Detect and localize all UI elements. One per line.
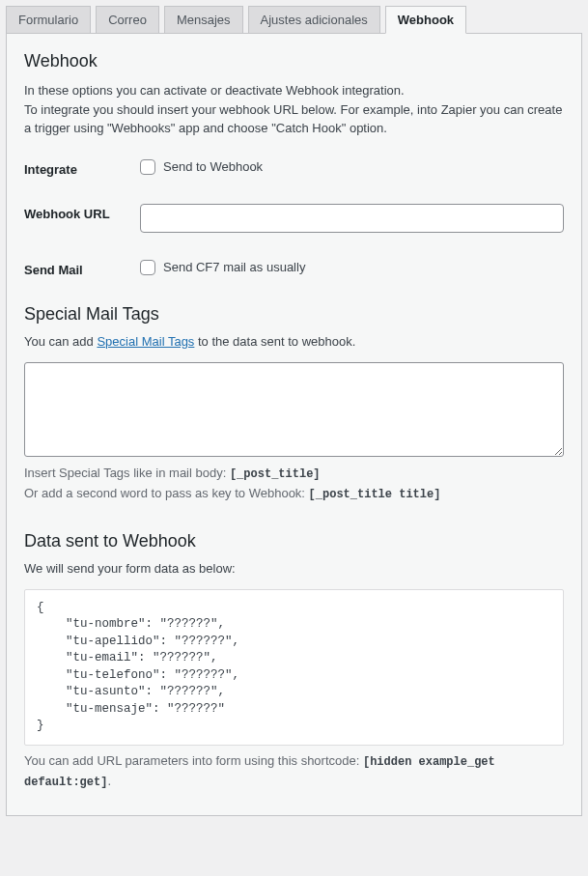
footer-pre: You can add URL parameters into form usi… [24, 753, 363, 768]
integrate-checkbox[interactable] [140, 159, 155, 175]
tab-mensajes[interactable]: Mensajes [164, 6, 243, 33]
tab-formulario[interactable]: Formulario [6, 6, 91, 33]
footer-note: You can add URL parameters into form usi… [24, 751, 564, 792]
row-send-mail: Send Mail Send CF7 mail as usually [24, 260, 564, 277]
send-mail-checkbox-label: Send CF7 mail as usually [163, 260, 305, 274]
tab-correo[interactable]: Correo [96, 6, 159, 33]
tab-ajustes[interactable]: Ajustes adicionales [248, 6, 380, 33]
tab-webhook[interactable]: Webhook [385, 6, 466, 34]
hint2-code: [_post_title title] [309, 488, 441, 501]
webhook-title: Webhook [24, 51, 564, 71]
special-mail-tags-desc: You can add Special Mail Tags to the dat… [24, 334, 564, 349]
special-mail-tags-link[interactable]: Special Mail Tags [97, 334, 194, 349]
footer-post: . [107, 774, 111, 788]
data-preview: { "tu-nombre": "??????", "tu-apellido": … [24, 589, 564, 746]
send-mail-label: Send Mail [24, 260, 140, 277]
send-mail-checkbox-wrap[interactable]: Send CF7 mail as usually [140, 260, 305, 275]
smt-desc-post: to the data sent to webhook. [194, 334, 355, 349]
send-mail-checkbox[interactable] [140, 260, 155, 275]
webhook-url-input[interactable] [140, 204, 564, 233]
special-tags-textarea[interactable] [24, 362, 564, 457]
hint1-pre: Insert Special Tags like in mail body: [24, 466, 230, 480]
data-sent-title: Data sent to Webhook [24, 531, 564, 551]
desc-line-1: In these options you can activate or dea… [24, 83, 405, 98]
desc-line-2: To integrate you should insert your webh… [24, 102, 562, 136]
webhook-url-label: Webhook URL [24, 204, 140, 221]
data-sent-intro: We will send your form data as below: [24, 561, 564, 576]
row-integrate: Integrate Send to Webhook [24, 159, 564, 177]
smt-desc-pre: You can add [24, 334, 97, 349]
special-tags-hint: Insert Special Tags like in mail body: [… [24, 464, 564, 504]
hint2-pre: Or add a second word to pass as key to W… [24, 486, 309, 500]
integrate-checkbox-label: Send to Webhook [163, 159, 263, 174]
integrate-checkbox-wrap[interactable]: Send to Webhook [140, 159, 263, 175]
webhook-description: In these options you can activate or dea… [24, 81, 564, 138]
tab-bar: Formulario Correo Mensajes Ajustes adici… [0, 0, 588, 33]
integrate-label: Integrate [24, 159, 140, 177]
row-webhook-url: Webhook URL [24, 204, 564, 233]
hint1-code: [_post_title] [230, 467, 321, 481]
webhook-panel: Webhook In these options you can activat… [6, 33, 582, 816]
special-mail-tags-title: Special Mail Tags [24, 304, 564, 325]
